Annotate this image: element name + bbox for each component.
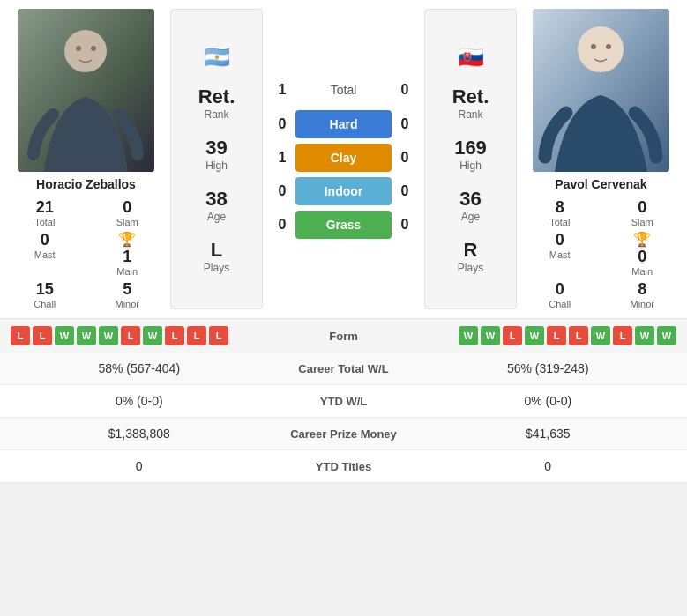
left-player-card: Horacio Zeballos 21 Total 0 Slam 0 Mast … [9, 9, 163, 309]
form-badge-left: L [209, 326, 228, 345]
surface-clay-btn[interactable]: Clay [295, 144, 392, 172]
stats-right-value: $41,635 [423, 427, 674, 441]
left-player-stats: 21 Total 0 Slam 0 Mast 🏆 1 Main 15 [9, 198, 163, 309]
stats-left-value: $1,388,808 [14, 427, 265, 441]
form-badges-right: WWLWLLWLWW [393, 326, 677, 345]
players-section: Horacio Zeballos 21 Total 0 Slam 0 Mast … [0, 0, 687, 318]
left-stat-mast: 0 Mast [9, 231, 81, 277]
main-container: Horacio Zeballos 21 Total 0 Slam 0 Mast … [0, 0, 687, 483]
right-player-name: Pavol Cervenak [555, 177, 646, 191]
left-high-item: 39 High [205, 137, 228, 172]
right-age-item: 36 Age [459, 188, 481, 223]
left-rank-item: Ret. Rank [198, 85, 235, 121]
form-badge-right: L [547, 326, 566, 345]
right-stat-chall: 0 Chall [524, 280, 596, 309]
form-badge-left: L [121, 326, 140, 345]
left-player-photo [18, 9, 154, 172]
right-stat-total: 8 Total [524, 198, 596, 227]
left-age-item: 38 Age [205, 188, 227, 223]
left-rank-card: 🇦🇷 Ret. Rank 39 High 38 Age L Plays [170, 9, 263, 309]
total-row: 1 Total 0 [274, 80, 413, 105]
left-stat-total: 21 Total [9, 198, 81, 227]
score-row-clay: 1 Clay 0 [274, 144, 413, 172]
form-badge-right: W [459, 326, 478, 345]
form-badge-right: L [569, 326, 588, 345]
right-high-item: 169 High [454, 137, 487, 172]
right-flag: 🇸🇰 [458, 45, 484, 70]
form-badge-left: L [11, 326, 30, 345]
stats-center-label: Career Prize Money [265, 427, 423, 441]
form-badge-right: W [525, 326, 544, 345]
left-plays-item: L Plays [204, 239, 229, 274]
svg-point-7 [591, 44, 596, 49]
right-plays-item: R Plays [458, 239, 483, 274]
career-stats-section: 58% (567-404) Career Total W/L 56% (319-… [0, 353, 687, 483]
stats-left-value: 0 [14, 459, 265, 473]
form-badge-right: L [503, 326, 522, 345]
right-stat-minor: 8 Minor [607, 280, 679, 309]
trophy-icon-right: 🏆 [633, 231, 651, 248]
svg-point-4 [91, 46, 96, 51]
right-player-card: Pavol Cervenak 8 Total 0 Slam 0 Mast 🏆 0 [524, 9, 678, 309]
scores-section: 1 Total 0 0 Hard 0 1 Clay 0 0 Indoor 0 0 [270, 9, 417, 309]
left-stat-slam: 0 Slam [92, 198, 164, 227]
stats-left-value: 58% (567-404) [14, 361, 265, 375]
form-badge-left: L [165, 326, 184, 345]
score-row-hard: 0 Hard 0 [274, 110, 413, 138]
form-section: LLWWWLWLLL Form WWLWLLWLWW [0, 318, 687, 353]
right-flag-item: 🇸🇰 [458, 45, 484, 70]
svg-point-3 [76, 46, 81, 51]
stats-right-value: 0% (0-0) [423, 394, 674, 408]
stats-left-value: 0% (0-0) [14, 394, 265, 408]
surface-hard-btn[interactable]: Hard [295, 110, 392, 138]
career-stats-row: 0 YTD Titles 0 [0, 450, 687, 483]
svg-point-6 [578, 26, 624, 72]
stats-center-label: YTD W/L [265, 395, 423, 408]
form-badge-right: W [481, 326, 500, 345]
left-flag-item: 🇦🇷 [204, 45, 230, 70]
score-row-indoor: 0 Indoor 0 [274, 177, 413, 205]
surface-indoor-btn[interactable]: Indoor [295, 177, 392, 205]
form-badge-left: L [33, 326, 52, 345]
left-player-name: Horacio Zeballos [36, 177, 136, 191]
svg-point-8 [606, 44, 611, 49]
form-badge-left: W [55, 326, 74, 345]
form-badge-left: W [143, 326, 162, 345]
right-rank-card: 🇸🇰 Ret. Rank 169 High 36 Age R Plays [424, 9, 517, 309]
left-stat-main: 🏆 1 Main [92, 231, 164, 277]
career-stats-row: $1,388,808 Career Prize Money $41,635 [0, 418, 687, 450]
stats-right-value: 0 [423, 459, 674, 473]
form-badge-left: L [187, 326, 206, 345]
svg-point-2 [64, 30, 107, 72]
right-stat-main: 🏆 0 Main [607, 231, 679, 277]
form-badge-right: L [613, 326, 632, 345]
surface-grass-btn[interactable]: Grass [295, 211, 392, 239]
stats-center-label: YTD Titles [265, 460, 423, 473]
right-player-stats: 8 Total 0 Slam 0 Mast 🏆 0 Main 0 [524, 198, 678, 309]
form-badge-left: W [77, 326, 96, 345]
right-player-photo [533, 9, 669, 172]
form-badges-left: LLWWWLWLLL [11, 326, 295, 345]
career-stats-row: 0% (0-0) YTD W/L 0% (0-0) [0, 385, 687, 418]
form-badge-right: W [635, 326, 654, 345]
right-stat-mast: 0 Mast [524, 231, 596, 277]
form-badge-right: W [657, 326, 676, 345]
form-badge-left: W [99, 326, 118, 345]
left-flag: 🇦🇷 [204, 45, 230, 70]
right-rank-item: Ret. Rank [452, 85, 489, 121]
form-badge-right: W [591, 326, 610, 345]
career-stats-row: 58% (567-404) Career Total W/L 56% (319-… [0, 353, 687, 385]
form-label: Form [300, 330, 388, 343]
stats-center-label: Career Total W/L [265, 362, 423, 375]
score-row-grass: 0 Grass 0 [274, 211, 413, 239]
trophy-icon-left: 🏆 [118, 231, 136, 248]
right-stat-slam: 0 Slam [607, 198, 679, 227]
left-stat-minor: 5 Minor [92, 280, 164, 309]
left-stat-chall: 15 Chall [9, 280, 81, 309]
stats-right-value: 56% (319-248) [423, 361, 674, 375]
